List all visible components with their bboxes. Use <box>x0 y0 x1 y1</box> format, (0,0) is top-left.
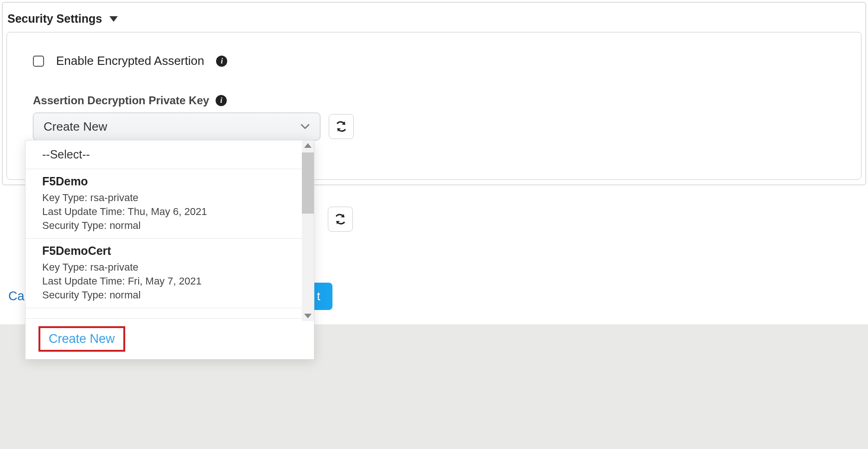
meta-value: Thu, May 6, 2021 <box>128 206 207 217</box>
meta-label: Key Type: <box>42 261 87 273</box>
caret-down-icon <box>109 16 118 22</box>
enable-encrypted-assertion-row: Enable Encrypted Assertion i <box>33 54 839 68</box>
dropdown-option-meta: Security Type: normal <box>42 289 297 301</box>
section-title: Security Settings <box>7 12 102 25</box>
meta-label: Key Type: <box>42 192 87 203</box>
security-settings-header[interactable]: Security Settings <box>6 12 862 32</box>
meta-value: rsa-private <box>90 261 139 273</box>
dropdown-option-placeholder[interactable]: --Select-- <box>26 140 314 169</box>
refresh-button[interactable] <box>329 114 354 139</box>
dropdown-option-name: F5DemoCert <box>42 244 297 258</box>
info-icon[interactable]: i <box>216 56 227 67</box>
dropdown-create-new-row: Create New <box>26 318 314 359</box>
dropdown-option-meta: Last Update Time: Thu, May 6, 2021 <box>42 206 297 218</box>
meta-label: Security Type: <box>42 220 107 231</box>
dropdown-scrollbar[interactable] <box>302 140 314 321</box>
info-icon[interactable]: i <box>216 95 227 106</box>
dropdown-option[interactable]: F5DemoCert Key Type: rsa-private Last Up… <box>26 239 314 308</box>
assertion-key-select-row: Create New <box>33 113 839 140</box>
dropdown-option[interactable]: F5Demo Key Type: rsa-private Last Update… <box>26 169 314 239</box>
dropdown-option-meta: Security Type: normal <box>42 220 297 232</box>
assertion-key-label-row: Assertion Decryption Private Key i <box>33 94 839 107</box>
meta-value: Fri, May 7, 2021 <box>128 275 202 287</box>
meta-value: normal <box>109 220 140 231</box>
assertion-key-select[interactable]: Create New <box>33 113 320 140</box>
enable-encrypted-assertion-label: Enable Encrypted Assertion <box>56 54 204 68</box>
dropdown-option-meta: Key Type: rsa-private <box>42 261 297 273</box>
meta-label: Last Update Time: <box>42 206 125 217</box>
scroll-down-icon[interactable] <box>304 314 312 318</box>
dropdown-option-meta: Last Update Time: Fri, May 7, 2021 <box>42 275 297 287</box>
meta-label: Last Update Time: <box>42 275 125 287</box>
enable-encrypted-assertion-checkbox[interactable] <box>33 56 44 67</box>
create-new-button[interactable]: Create New <box>38 326 125 352</box>
assertion-key-selected-value: Create New <box>44 120 107 134</box>
meta-label: Security Type: <box>42 289 107 301</box>
chevron-down-icon <box>300 123 310 130</box>
assertion-key-dropdown: --Select-- F5Demo Key Type: rsa-private … <box>25 140 314 360</box>
assertion-key-label: Assertion Decryption Private Key <box>33 94 209 107</box>
scroll-up-icon[interactable] <box>304 143 312 148</box>
dropdown-scroll: --Select-- F5Demo Key Type: rsa-private … <box>26 140 314 318</box>
refresh-button[interactable] <box>328 207 353 232</box>
dropdown-option-truncated[interactable] <box>26 308 314 318</box>
dropdown-placeholder-text: --Select-- <box>42 148 90 161</box>
dropdown-option-name: F5Demo <box>42 175 297 188</box>
meta-value: rsa-private <box>90 192 139 203</box>
meta-value: normal <box>109 289 140 301</box>
dropdown-option-meta: Key Type: rsa-private <box>42 192 297 204</box>
scroll-thumb[interactable] <box>302 152 314 214</box>
